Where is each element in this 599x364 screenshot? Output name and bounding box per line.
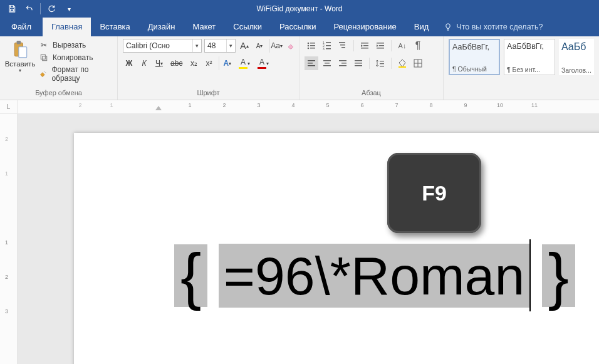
cut-button[interactable]: ✂ Вырезать <box>39 40 112 50</box>
tab-insert[interactable]: Вставка <box>91 18 138 36</box>
paste-button[interactable]: Вставить ▾ <box>5 39 35 83</box>
style-preview: АаБб <box>561 41 591 53</box>
clear-formatting-button[interactable] <box>284 39 297 53</box>
group-clipboard: Вставить ▾ ✂ Вырезать Копировать <box>0 36 118 100</box>
svg-rect-9 <box>310 45 315 46</box>
svg-rect-25 <box>379 45 384 46</box>
svg-rect-28 <box>308 63 313 64</box>
svg-rect-35 <box>339 65 346 66</box>
document-area[interactable]: F9 { =96\*Roman } <box>18 114 599 364</box>
style-heading1[interactable]: АаБб Заголов... <box>559 39 594 75</box>
vertical-ruler[interactable]: 2 1 1 2 3 <box>0 114 18 364</box>
svg-rect-5 <box>41 55 45 59</box>
underline-button[interactable]: Ч▾ <box>153 56 165 70</box>
format-painter-button[interactable]: Формат по образцу <box>39 65 112 83</box>
superscript-button[interactable]: x² <box>202 56 215 70</box>
italic-button[interactable]: К <box>138 56 150 70</box>
align-center-button[interactable] <box>320 56 334 70</box>
keycap-overlay: F9 <box>387 153 481 233</box>
tab-view[interactable]: Вид <box>405 18 438 36</box>
tab-home[interactable]: Главная <box>43 18 91 36</box>
customize-qat-button[interactable]: ▾ <box>61 1 77 16</box>
tab-design[interactable]: Дизайн <box>139 18 184 36</box>
chevron-down-icon: ▾ <box>19 68 21 73</box>
style-normal[interactable]: АаБбВвГг, ¶ Обычный <box>449 39 500 75</box>
bullets-button[interactable] <box>305 39 318 53</box>
copy-icon <box>39 53 49 63</box>
save-button[interactable] <box>4 1 20 16</box>
menubar: Файл Главная Вставка Дизайн Макет Ссылки… <box>0 18 599 36</box>
workspace: 2 1 1 2 3 F9 { =96\*Roman } <box>0 114 599 364</box>
undo-button[interactable] <box>21 1 38 16</box>
font-color-swatch <box>258 67 266 69</box>
titlebar: ▾ WiFiGid документ - Word <box>0 0 599 18</box>
field-code-selection[interactable]: { =96\*Roman } <box>174 233 575 318</box>
ruler-row: L 2 1 1 2 3 4 5 6 7 8 9 10 11 <box>0 100 599 114</box>
decrease-indent-button[interactable] <box>358 39 372 53</box>
page[interactable]: F9 { =96\*Roman } <box>74 133 599 364</box>
numbering-button[interactable]: 123 <box>320 39 334 53</box>
paste-icon <box>11 40 29 59</box>
font-name-combo[interactable]: ▾ <box>123 39 202 53</box>
text-effects-button[interactable]: A▾ <box>219 56 234 70</box>
svg-rect-11 <box>310 48 315 49</box>
font-size-combo[interactable]: ▾ <box>204 39 236 53</box>
multilevel-button[interactable] <box>336 39 350 53</box>
svg-rect-24 <box>377 43 384 44</box>
shrink-font-button[interactable]: A▾ <box>253 39 266 53</box>
font-color-button[interactable]: A▾ <box>255 56 271 70</box>
redo-button[interactable] <box>43 1 60 16</box>
chevron-down-icon[interactable]: ▾ <box>226 39 235 52</box>
field-brace-left: { <box>174 244 207 307</box>
group-label-styles <box>449 88 594 98</box>
highlight-button[interactable]: A▾ <box>236 56 253 70</box>
paste-label: Вставить <box>5 60 36 68</box>
increase-indent-button[interactable] <box>373 39 387 53</box>
group-label-clipboard: Буфер обмена <box>5 88 112 98</box>
qat-sep <box>40 3 41 14</box>
tab-layout[interactable]: Макет <box>184 18 224 36</box>
separator <box>369 58 370 69</box>
svg-rect-41 <box>380 66 384 66</box>
svg-rect-2 <box>17 41 21 44</box>
tab-review[interactable]: Рецензирование <box>325 18 405 36</box>
pilcrow-icon: ¶ <box>452 65 458 73</box>
sort-button[interactable]: A↓ <box>395 39 409 53</box>
align-left-button[interactable] <box>305 56 318 70</box>
chevron-down-icon[interactable]: ▾ <box>192 39 201 52</box>
tab-mailings[interactable]: Рассылки <box>271 18 325 36</box>
text-cursor <box>529 239 531 311</box>
format-painter-label: Формат по образцу <box>51 65 112 83</box>
shading-button[interactable] <box>395 56 409 70</box>
svg-rect-7 <box>310 43 315 44</box>
tab-selector[interactable]: L <box>0 100 18 113</box>
copy-button[interactable]: Копировать <box>39 53 112 63</box>
svg-rect-27 <box>308 60 315 61</box>
cut-label: Вырезать <box>53 41 86 49</box>
svg-rect-0 <box>11 9 14 11</box>
indent-marker[interactable] <box>155 106 162 110</box>
bold-button[interactable]: Ж <box>123 56 135 70</box>
align-right-button[interactable] <box>336 56 350 70</box>
style-no-spacing[interactable]: АаБбВвГг, ¶ Без инт... <box>504 39 555 75</box>
qat: ▾ <box>0 0 81 18</box>
change-case-button[interactable]: Aa▾ <box>269 39 282 53</box>
line-spacing-button[interactable] <box>373 56 387 70</box>
tell-me-search[interactable]: Что вы хотите сделать? <box>437 18 549 36</box>
tell-me-placeholder: Что вы хотите сделать? <box>456 23 543 31</box>
font-size-input[interactable] <box>205 39 226 52</box>
svg-rect-36 <box>355 60 362 61</box>
justify-button[interactable] <box>352 56 365 70</box>
horizontal-ruler[interactable]: 2 1 1 2 3 4 5 6 7 8 9 10 11 <box>18 100 599 113</box>
ribbon: Вставить ▾ ✂ Вырезать Копировать <box>0 36 599 100</box>
tab-file[interactable]: Файл <box>0 18 43 36</box>
grow-font-button[interactable]: A▴ <box>238 39 251 53</box>
subscript-button[interactable]: x₂ <box>187 56 200 70</box>
font-name-input[interactable] <box>123 39 192 52</box>
strike-button[interactable]: abc <box>168 56 185 70</box>
group-font: ▾ ▾ A▴ A▾ Aa▾ Ж К Ч▾ abc x₂ x² <box>118 36 300 100</box>
show-marks-button[interactable]: ¶ <box>411 39 425 53</box>
borders-button[interactable] <box>411 56 425 70</box>
tab-references[interactable]: Ссылки <box>224 18 271 36</box>
svg-rect-39 <box>380 61 384 61</box>
